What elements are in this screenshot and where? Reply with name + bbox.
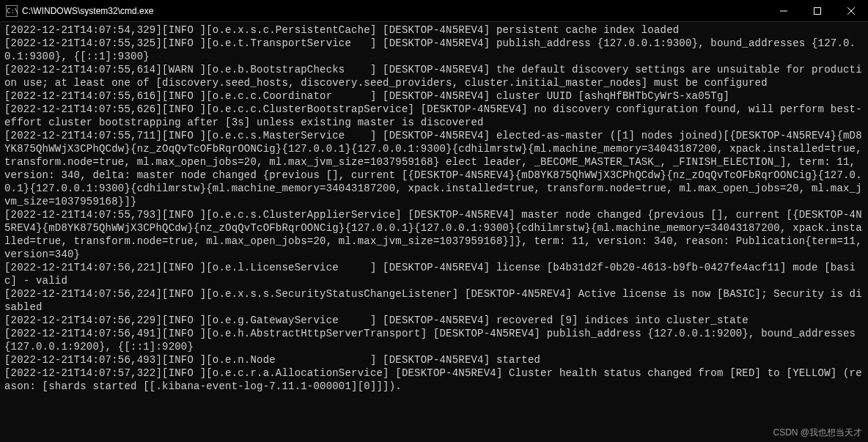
log-line: [2022-12-21T14:07:55,793][INFO ][o.e.c.s… [4,208,864,261]
log-line: [2022-12-21T14:07:56,224][INFO ][o.e.x.s… [4,287,864,314]
close-button[interactable] [834,0,868,21]
maximize-button[interactable] [801,0,834,21]
terminal-output[interactable]: [2022-12-21T14:07:54,329][INFO ][o.e.x.s… [0,22,868,394]
window-controls [767,0,868,21]
minimize-button[interactable] [767,0,801,21]
cmd-icon: C:\ [6,5,18,17]
log-line: [2022-12-21T14:07:55,711][INFO ][o.e.c.s… [4,129,864,208]
log-line: [2022-12-21T14:07:57,322][INFO ][o.e.c.r… [4,367,864,393]
log-line: [2022-12-21T14:07:55,325][INFO ][o.e.t.T… [4,37,864,63]
svg-rect-1 [814,7,821,14]
log-line: [2022-12-21T14:07:56,491][INFO ][o.e.h.A… [4,327,864,353]
log-line: [2022-12-21T14:07:55,614][WARN ][o.e.b.B… [4,63,864,89]
log-line: [2022-12-21T14:07:55,626][INFO ][o.e.c.c… [4,103,864,129]
log-line: [2022-12-21T14:07:56,221][INFO ][o.e.l.L… [4,261,864,287]
log-line: [2022-12-21T14:07:55,616][INFO ][o.e.c.c… [4,89,864,103]
window-title: C:\WINDOWS\system32\cmd.exe [22,6,767,16]
log-line: [2022-12-21T14:07:56,493][INFO ][o.e.n.N… [4,353,864,367]
log-line: [2022-12-21T14:07:56,229][INFO ][o.e.g.G… [4,314,864,327]
watermark-text: CSDN @我也想当天才 [773,427,862,439]
window-titlebar: C:\ C:\WINDOWS\system32\cmd.exe [0,0,868,22]
log-line: [2022-12-21T14:07:54,329][INFO ][o.e.x.s… [4,23,864,37]
